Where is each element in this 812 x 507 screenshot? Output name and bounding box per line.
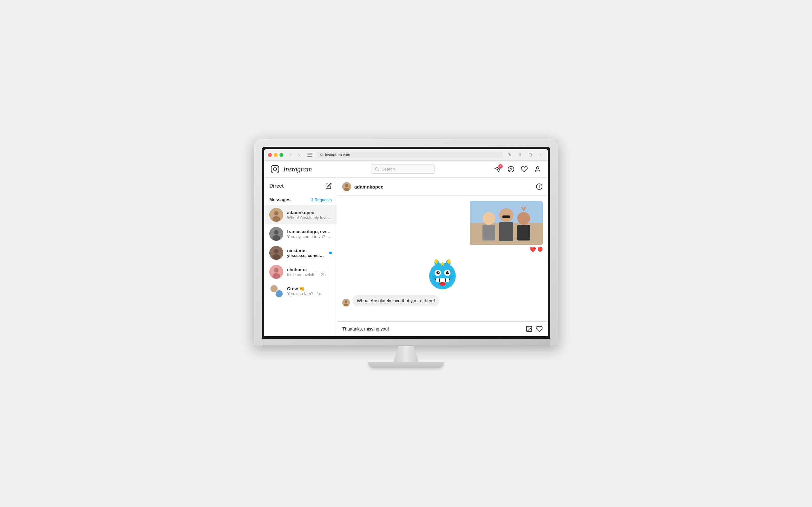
conversation-info: francescofogu, ewthatsgross You: ay, com… <box>287 229 332 239</box>
heart-reaction: ❤️ <box>530 246 536 252</box>
chat-user-info: adamnkopec <box>342 182 384 191</box>
like-button[interactable] <box>536 326 543 332</box>
monster-sticker <box>425 257 460 291</box>
svg-point-34 <box>499 208 513 222</box>
svg-rect-54 <box>446 278 449 282</box>
conv-name: chchoitoi <box>287 267 332 272</box>
conversation-item[interactable]: francescofogu, ewthatsgross You: ay, com… <box>264 224 337 243</box>
monitor-body: ‹ › i <box>254 139 558 346</box>
conversation-info: Crew 👊 You: sup fam? · 1d <box>287 286 332 296</box>
svg-point-48 <box>437 271 440 274</box>
avatar-wrap <box>269 284 283 298</box>
conversation-list: adamnkopec Whoa! Absolutely love that yo… <box>264 205 337 300</box>
photo-upload-button[interactable] <box>525 326 532 332</box>
conversation-info: nicktaras yessssss, come by! · 2h <box>287 248 325 258</box>
heart-icon <box>521 166 528 173</box>
explore-button[interactable] <box>507 165 515 173</box>
share-button[interactable]: ⬆ <box>516 151 524 159</box>
svg-rect-5 <box>271 165 279 173</box>
svg-rect-33 <box>483 225 495 240</box>
svg-rect-53 <box>440 278 445 283</box>
search-icon <box>320 153 323 157</box>
conversation-item[interactable]: chchoitoi It's been awhile!! · 2h <box>264 262 337 281</box>
avatar <box>269 246 283 260</box>
message-bubble: Whoa! Absolutely love that you're there! <box>352 295 439 306</box>
svg-rect-52 <box>436 278 439 282</box>
conv-name: francescofogu, ewthatsgross <box>287 229 332 234</box>
svg-rect-35 <box>499 222 513 241</box>
requests-link[interactable]: 3 Requests <box>311 198 332 202</box>
monitor-chin <box>262 339 550 346</box>
message-avatar-small <box>342 299 350 306</box>
svg-rect-1 <box>307 154 312 155</box>
svg-point-10 <box>508 166 514 172</box>
sidebar-toggle[interactable] <box>306 151 314 159</box>
nav-buttons: ‹ › <box>287 151 303 159</box>
received-message: Whoa! Absolutely love that you're there! <box>342 295 543 306</box>
avatar-wrap <box>269 208 283 222</box>
svg-rect-2 <box>307 156 312 157</box>
profile-button[interactable] <box>534 165 542 173</box>
refresh-button[interactable]: ↻ <box>506 151 513 159</box>
svg-rect-0 <box>307 153 312 154</box>
svg-rect-37 <box>517 225 530 240</box>
dm-title: Direct <box>269 183 284 189</box>
svg-point-32 <box>483 212 495 225</box>
instagram-app: Instagram Search <box>264 161 548 336</box>
conv-preview: yessssss, come by! · 2h <box>287 253 325 258</box>
compass-icon <box>507 166 514 173</box>
activity-button[interactable] <box>520 165 528 173</box>
message-input[interactable] <box>342 326 522 331</box>
traffic-light-yellow[interactable] <box>274 153 277 157</box>
nav-left: Instagram <box>270 165 312 174</box>
nav-right: 1 <box>494 165 542 173</box>
conversation-item[interactable]: nicktaras yessssss, come by! · 2h <box>264 243 337 262</box>
avatar-wrap <box>269 265 283 279</box>
back-button[interactable]: ‹ <box>287 151 294 159</box>
screen-bezel: ‹ › i <box>262 147 550 339</box>
messages-header: Messages 3 Requests <box>264 197 337 205</box>
messages-section: Messages 3 Requests <box>264 193 337 302</box>
avatar <box>269 227 283 241</box>
traffic-lights <box>268 153 283 157</box>
main-content: Direct Messages <box>264 178 548 336</box>
svg-point-16 <box>274 230 278 234</box>
red-circle-reaction: 🔴 <box>537 246 543 252</box>
conversation-item[interactable]: Crew 👊 You: sup fam? · 1d <box>264 281 337 300</box>
info-button[interactable] <box>536 183 543 190</box>
search-icon <box>375 167 379 171</box>
svg-point-6 <box>273 168 276 171</box>
conv-preview: Whoa! Absolutely love that you'r... · no… <box>287 215 332 220</box>
svg-line-9 <box>378 170 379 171</box>
chat-area: adamnkopec <box>337 178 548 336</box>
compose-icon <box>325 183 332 189</box>
compose-button[interactable] <box>325 183 332 189</box>
svg-line-4 <box>322 155 323 156</box>
dm-header: Direct <box>264 178 337 193</box>
messages-badge: 1 <box>498 164 503 169</box>
person-icon <box>534 166 541 173</box>
svg-point-7 <box>277 166 278 167</box>
traffic-light-red[interactable] <box>268 153 272 157</box>
messages-label: Messages <box>269 197 291 202</box>
monitor-stand-neck <box>393 346 419 362</box>
dm-sidebar: Direct Messages <box>264 178 337 336</box>
traffic-light-green[interactable] <box>280 153 283 157</box>
browser-window: ‹ › i <box>264 149 548 336</box>
svg-point-22 <box>274 268 278 273</box>
conv-name: Crew 👊 <box>287 286 332 291</box>
direct-messages-button[interactable]: 1 <box>494 165 502 173</box>
svg-point-13 <box>274 211 278 216</box>
conversation-item[interactable]: adamnkopec Whoa! Absolutely love that yo… <box>264 205 337 224</box>
avatar-wrap <box>269 246 283 260</box>
search-box[interactable]: Search <box>371 164 435 174</box>
new-tab-button[interactable]: ⊞ <box>526 151 534 159</box>
conv-name: adamnkopec <box>287 210 332 215</box>
address-bar[interactable]: instagram.com <box>317 152 503 158</box>
add-button[interactable]: + <box>537 151 544 159</box>
svg-point-17 <box>272 235 280 241</box>
chat-header: adamnkopec <box>337 178 548 196</box>
svg-point-20 <box>272 254 280 260</box>
forward-button[interactable]: › <box>295 151 303 159</box>
search-placeholder: Search <box>382 167 395 171</box>
